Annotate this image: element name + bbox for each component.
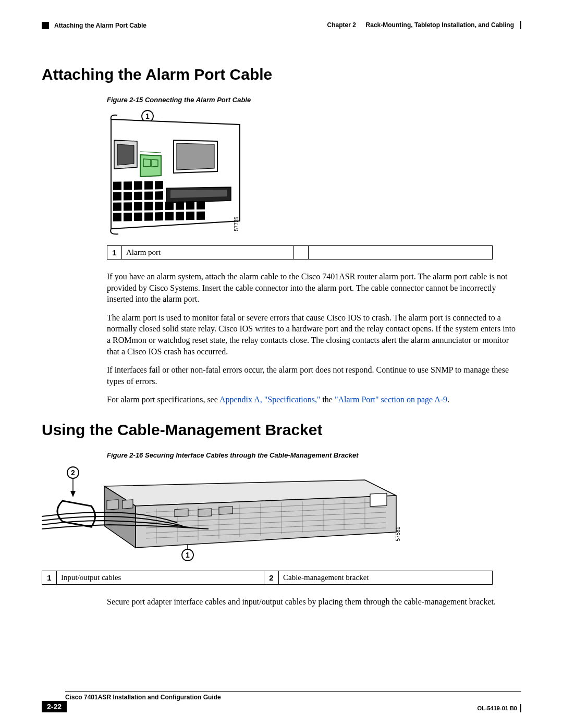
link-appendix-a[interactable]: Appendix A, "Specifications,"	[219, 395, 320, 404]
header-square-icon	[42, 22, 49, 29]
callout-2: 2	[71, 468, 75, 477]
para4-post: .	[447, 395, 449, 404]
figure-2-15-number: 57725	[234, 217, 239, 231]
svg-rect-7	[144, 181, 153, 189]
svg-rect-12	[144, 191, 153, 200]
doc-code-text: OL-5419-01 B0	[478, 705, 517, 711]
header-section-name: Attaching the Alarm Port Cable	[54, 22, 146, 29]
svg-rect-58	[370, 493, 387, 507]
legend2-t1: Input/output cables	[57, 571, 264, 584]
svg-rect-22	[144, 212, 153, 220]
svg-rect-11	[134, 192, 142, 200]
page-footer: Cisco 7401ASR Installation and Configura…	[42, 691, 521, 712]
page-header: Attaching the Alarm Port Cable Chapter 2…	[42, 16, 521, 29]
footer-doc-title: Cisco 7401ASR Installation and Configura…	[65, 694, 521, 701]
svg-rect-18	[155, 202, 163, 210]
svg-rect-59	[107, 500, 118, 510]
svg-rect-25	[176, 212, 184, 220]
para4-pre: For alarm port specifications, see	[107, 395, 219, 404]
svg-rect-8	[155, 181, 163, 189]
para4-mid: the	[320, 395, 335, 404]
figure-2-16-number: 57581	[395, 527, 401, 541]
svg-rect-14	[113, 203, 121, 211]
svg-rect-13	[155, 191, 163, 200]
svg-rect-29	[176, 201, 184, 209]
svg-rect-62	[198, 509, 212, 516]
callout-1: 1	[145, 112, 150, 120]
svg-rect-28	[165, 202, 174, 210]
svg-rect-60	[123, 500, 133, 509]
svg-rect-30	[186, 201, 194, 209]
svg-rect-5	[124, 181, 132, 190]
legend2-n1: 1	[42, 571, 57, 584]
legend2-t2: Cable-management bracket	[279, 571, 493, 584]
alarm-para-3: If interfaces fail or other non-fatal er…	[107, 364, 516, 387]
alarm-para-2: The alarm port is used to monitor fatal …	[107, 312, 516, 357]
svg-rect-31	[197, 201, 205, 209]
svg-rect-4	[113, 182, 121, 190]
svg-rect-19	[113, 213, 121, 221]
chapter-label: Chapter 2	[327, 21, 356, 29]
figure-2-15-caption: Figure 2-15 Connecting the Alarm Port Ca…	[107, 96, 521, 104]
link-alarm-port-section[interactable]: "Alarm Port" section on page A-9	[335, 395, 447, 404]
svg-rect-24	[165, 212, 174, 220]
chapter-title: Rack-Mounting, Tabletop Installation, an…	[366, 21, 514, 29]
section-heading-cable-mgmt: Using the Cable-Management Bracket	[42, 421, 521, 439]
header-separator-icon	[520, 21, 521, 29]
svg-rect-17	[144, 202, 153, 210]
legend-empty-num	[294, 246, 309, 260]
figure-2-16-caption: Figure 2-16 Securing Interface Cables th…	[107, 451, 521, 459]
svg-rect-20	[124, 213, 132, 221]
section-heading-alarm-port: Attaching the Alarm Port Cable	[42, 66, 521, 83]
figure-2-15-illustration: 1	[107, 109, 521, 241]
page-number-badge: 2-22	[42, 701, 67, 712]
svg-rect-26	[186, 212, 194, 220]
svg-rect-61	[175, 509, 188, 516]
doc-code: OL-5419-01 B0	[478, 704, 521, 712]
svg-rect-27	[197, 212, 205, 220]
svg-rect-6	[134, 181, 142, 190]
svg-marker-34	[70, 491, 76, 497]
callout-1b: 1	[186, 551, 190, 559]
legend-number: 1	[107, 246, 122, 260]
svg-rect-21	[134, 213, 142, 221]
svg-rect-16	[134, 202, 142, 211]
header-right: Chapter 2 Rack-Mounting, Tabletop Instal…	[327, 21, 521, 29]
legend2-n2: 2	[264, 571, 279, 584]
figure-2-16-legend: 1 Input/output cables 2 Cable-management…	[42, 571, 493, 585]
legend-text: Alarm port	[122, 246, 294, 260]
svg-rect-10	[124, 192, 132, 200]
svg-rect-63	[219, 507, 232, 514]
alarm-para-1: If you have an alarm system, attach the …	[107, 271, 516, 305]
figure-2-15-legend: 1 Alarm port	[107, 245, 493, 260]
figure-2-16-illustration: 2 1	[42, 464, 521, 565]
svg-rect-9	[113, 192, 121, 201]
footer-tick-icon	[520, 704, 521, 712]
cable-mgmt-para-1: Secure port adapter interface cables and…	[107, 596, 516, 608]
alarm-para-4: For alarm port specifications, see Appen…	[107, 394, 516, 405]
legend-empty-text	[309, 246, 493, 260]
svg-rect-15	[124, 202, 132, 211]
header-left: Attaching the Alarm Port Cable	[42, 22, 146, 29]
svg-rect-23	[155, 212, 163, 220]
